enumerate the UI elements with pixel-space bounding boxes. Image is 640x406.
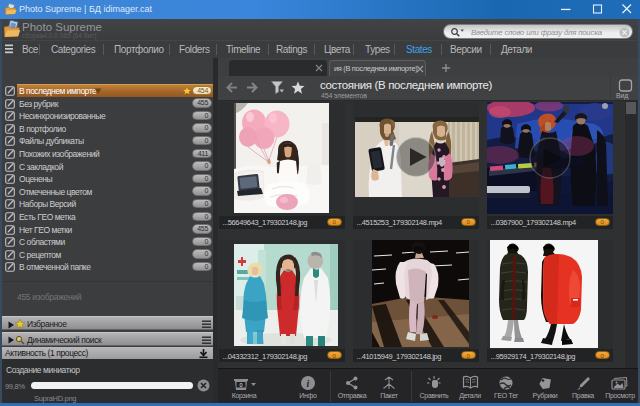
svg-text:i: i (307, 378, 310, 389)
svg-text:0: 0 (239, 382, 242, 388)
